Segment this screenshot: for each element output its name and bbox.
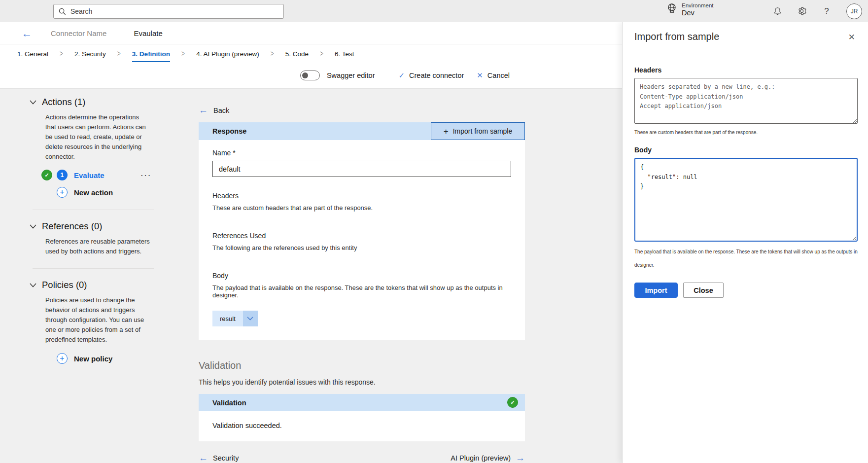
headers-section-label: Headers (212, 192, 511, 200)
validation-card: Validation ✓ Validation succeeded. (199, 394, 525, 441)
validation-row-title: Validation (212, 399, 246, 407)
import-button[interactable]: Import (634, 283, 678, 298)
step-footer-nav: ← Security AI Plugin (preview) → (199, 453, 525, 463)
response-card-header: Response + Import from sample (199, 122, 525, 140)
topbar-actions: ? JR (772, 0, 862, 22)
top-app-bar: Environment Dev ? JR (0, 0, 868, 22)
swagger-editor-label: Swagger editor (327, 71, 375, 79)
back-link[interactable]: ← Back (199, 106, 243, 115)
panel-body-help: The payload that is available on the res… (634, 245, 860, 272)
headers-textarea[interactable] (634, 78, 858, 124)
body-token-label[interactable]: result (212, 311, 243, 326)
body-token-result[interactable]: result (212, 311, 258, 326)
body-section-help: The payload that is available on the res… (212, 284, 511, 299)
validation-card-header: Validation ✓ (199, 394, 525, 411)
validation-section-title: Validation (199, 360, 525, 371)
token-dropdown-button[interactable] (243, 311, 258, 326)
step-separator-icon: > (320, 49, 323, 58)
step-definition[interactable]: 3. Definition (132, 46, 170, 62)
new-action-label: New action (74, 188, 113, 197)
arrow-right-icon: → (516, 453, 525, 463)
global-search[interactable] (53, 4, 284, 19)
chevron-down-icon (247, 317, 253, 321)
validation-success-icon: ✓ (507, 397, 518, 408)
close-button[interactable]: Close (683, 283, 724, 298)
references-section-title: References (0) (42, 221, 102, 232)
import-from-sample-panel: Import from sample ✕ Headers These are c… (622, 22, 868, 463)
policies-section-title: Policies (0) (42, 280, 87, 290)
references-used-help: The following are the references used by… (212, 244, 511, 251)
action-item-evaluate[interactable]: ✓ 1 Evaluate ··· (41, 170, 154, 180)
body-textarea[interactable]: { "result": null } (634, 158, 858, 242)
step-general[interactable]: 1. General (17, 46, 48, 62)
page-title: Evaulate (134, 29, 162, 37)
actions-section-description: Actions determine the operations that us… (45, 112, 151, 162)
panel-headers-help: These are custom headers that are part o… (634, 126, 860, 139)
connector-name-label: Connector Name (51, 29, 106, 37)
response-card-title: Response (212, 127, 246, 135)
actions-section-header[interactable]: Actions (1) (30, 97, 154, 107)
step-separator-icon: > (60, 49, 63, 58)
step-security[interactable]: 2. Security (74, 46, 106, 62)
sidebar-divider (33, 210, 154, 210)
create-connector-button[interactable]: ✓ Create connector (398, 71, 464, 80)
environment-name: Dev (682, 9, 714, 17)
step-separator-icon: > (271, 49, 274, 58)
import-from-sample-button[interactable]: + Import from sample (431, 122, 525, 140)
next-step-link[interactable]: AI Plugin (preview) → (451, 453, 525, 463)
arrow-left-icon: ← (199, 106, 208, 115)
wizard-steps: 1. General > 2. Security > 3. Definition… (0, 44, 622, 63)
cancel-button[interactable]: ✕ Cancel (477, 71, 510, 80)
references-section-description: References are reusable parameters used … (45, 237, 151, 256)
references-used-label: References Used (212, 232, 511, 240)
toggle-knob (302, 72, 308, 78)
search-input[interactable] (70, 7, 278, 15)
step-separator-icon: > (117, 49, 121, 58)
chevron-down-icon (30, 224, 36, 229)
settings-gear-icon[interactable] (797, 6, 807, 16)
swagger-editor-toggle[interactable] (300, 71, 320, 80)
name-input[interactable] (212, 161, 511, 177)
search-icon (59, 8, 66, 15)
references-section-header[interactable]: References (0) (30, 221, 154, 232)
action-order-badge: 1 (57, 170, 68, 180)
panel-headers-label: Headers (634, 66, 856, 74)
step-ai-plugin[interactable]: 4. AI Plugin (preview) (196, 46, 259, 62)
new-policy-button[interactable]: + New policy (57, 353, 154, 364)
panel-body-label: Body (634, 146, 856, 154)
policies-section-description: Policies are used to change the behavior… (45, 295, 151, 345)
policies-section-header[interactable]: Policies (0) (30, 280, 154, 290)
back-arrow-icon[interactable]: ← (22, 28, 32, 38)
panel-buttons: Import Close (634, 283, 856, 298)
header-toolbar: Swagger editor ✓ Create connector ✕ Canc… (0, 63, 622, 88)
sidebar-divider (33, 268, 154, 269)
name-field-label: Name * (212, 149, 511, 157)
step-code[interactable]: 5. Code (285, 46, 309, 62)
notifications-icon[interactable] (772, 6, 782, 16)
panel-close-icon[interactable]: ✕ (846, 30, 857, 44)
valid-check-icon: ✓ (41, 170, 52, 180)
action-item-menu-icon[interactable]: ··· (141, 172, 152, 179)
validation-result-text: Validation succeeded. (199, 411, 525, 441)
body-section-label: Body (212, 272, 511, 280)
validation-section-help: This helps you identify potential issues… (199, 378, 525, 386)
chevron-down-icon (30, 100, 36, 105)
plus-circle-icon: + (57, 353, 68, 364)
page-header: ← Connector Name Evaulate 1. General > 2… (0, 22, 622, 89)
chevron-down-icon (30, 283, 36, 287)
actions-section-title: Actions (1) (42, 97, 85, 107)
action-item-label: Evaluate (74, 171, 104, 179)
panel-title: Import from sample (634, 31, 856, 42)
environment-icon (666, 2, 677, 14)
prev-step-link[interactable]: ← Security (199, 453, 239, 463)
step-test[interactable]: 6. Test (335, 46, 354, 62)
check-icon: ✓ (398, 71, 405, 80)
step-separator-icon: > (181, 49, 185, 58)
definition-sidebar: Actions (1) Actions determine the operat… (30, 97, 154, 364)
account-avatar[interactable]: JR (846, 3, 862, 19)
plus-icon: + (444, 127, 449, 136)
help-icon[interactable]: ? (822, 6, 832, 16)
new-action-button[interactable]: + New action (57, 187, 154, 198)
environment-picker[interactable]: Environment Dev (666, 2, 714, 17)
headers-section-help: These are custom headers that are part o… (212, 204, 511, 212)
